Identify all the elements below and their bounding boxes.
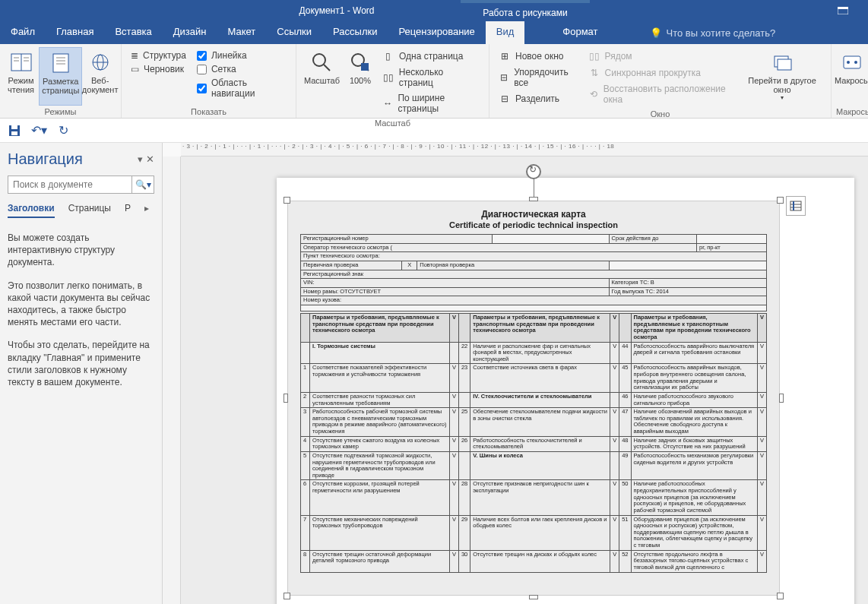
navigation-pane: Навигация ▾ ✕ 🔍▾ Заголовки Страницы Р ▸ … — [0, 143, 163, 604]
reading-mode-icon — [9, 50, 33, 74]
group-zoom-label: Масштаб — [301, 117, 484, 128]
resize-handle-mt[interactable] — [529, 197, 538, 201]
side-by-side-button[interactable]: ▯▯Рядом — [587, 49, 734, 64]
navpane-checkbox[interactable]: Область навигации — [197, 77, 287, 99]
tab-references[interactable]: Ссылки — [266, 21, 322, 44]
sync-scroll-icon: ⇅ — [588, 67, 600, 79]
tab-insert[interactable]: Вставка — [104, 21, 162, 44]
rotation-handle[interactable] — [526, 164, 541, 179]
group-window-label: Окно — [494, 108, 826, 119]
document-area: · 3 · | · 2 · | · 1 · | · · · | · 1 · | … — [163, 143, 868, 604]
svg-point-23 — [847, 61, 850, 64]
resize-handle-mr[interactable] — [779, 394, 784, 403]
nav-tab-headings[interactable]: Заголовки — [8, 203, 55, 218]
page: Диагностическая карта Certificate of per… — [277, 178, 854, 604]
menu-tabs: Файл Главная Вставка Дизайн Макет Ссылки… — [0, 21, 868, 44]
tab-view[interactable]: Вид — [486, 21, 525, 44]
vertical-ruler[interactable] — [163, 157, 181, 604]
one-page-button[interactable]: ▯Одна страница — [381, 49, 481, 64]
macros-icon — [840, 50, 864, 74]
switch-windows-button[interactable]: Перейти в другое окно▾ — [738, 47, 826, 108]
window-title: Документ1 - Word — [0, 5, 461, 16]
svg-point-15 — [313, 54, 325, 66]
group-modes-label: Режимы — [5, 106, 116, 116]
group-zoom: Масштаб 100% ▯Одна страница ▯▯Несколько … — [296, 44, 489, 118]
macros-button[interactable]: Макросы — [836, 47, 868, 106]
nav-help-text: Вы можете создать интерактивную структур… — [8, 232, 154, 388]
multi-page-button[interactable]: ▯▯Несколько страниц — [381, 65, 481, 90]
resize-handle-ml[interactable] — [284, 394, 288, 403]
new-window-button[interactable]: ⊞Новое окно — [497, 49, 579, 64]
gridlines-checkbox[interactable]: Сетка — [197, 64, 287, 74]
ruler-checkbox[interactable]: Линейка — [197, 50, 287, 61]
tell-me[interactable]: 💡 Что вы хотите сделать? — [639, 21, 787, 44]
nav-title: Навигация ▾ ✕ — [8, 150, 154, 168]
nav-tab-pages[interactable]: Страницы — [68, 203, 111, 218]
reading-mode-label: Режим чтения — [8, 76, 34, 94]
svg-rect-1 — [838, 7, 848, 9]
resize-handle-tl[interactable] — [284, 197, 290, 204]
svg-rect-22 — [844, 56, 860, 68]
web-layout-icon — [88, 50, 112, 74]
svg-rect-19 — [361, 63, 369, 71]
chevron-down-icon: ▾ — [781, 94, 784, 101]
inserted-picture[interactable]: Диагностическая карта Certificate of per… — [287, 201, 780, 596]
zoom-button[interactable]: Масштаб — [301, 47, 343, 117]
zoom-100-icon — [348, 50, 372, 74]
group-macros-label: Макросы — [836, 106, 863, 116]
tab-home[interactable]: Главная — [46, 21, 104, 44]
doc-title-en: Certificate of periodic technical inspec… — [300, 220, 767, 229]
document-canvas[interactable]: Диагностическая карта Certificate of per… — [181, 157, 868, 604]
split-button[interactable]: ⊟Разделить — [497, 91, 579, 106]
tab-format[interactable]: Формат — [552, 21, 608, 44]
draft-button[interactable]: ▭Черновик — [131, 64, 186, 74]
resize-handle-br[interactable] — [777, 593, 784, 599]
page-width-button[interactable]: ↔По ширине страницы — [381, 91, 481, 115]
svg-rect-26 — [11, 125, 17, 129]
resize-handle-tr[interactable] — [777, 197, 784, 204]
group-show: ≣Структура ▭Черновик Линейка Сетка Облас… — [122, 44, 296, 118]
tab-file[interactable]: Файл — [0, 21, 46, 44]
split-icon: ⊟ — [499, 93, 511, 105]
resize-handle-bl[interactable] — [284, 593, 290, 599]
ribbon-display-icon[interactable] — [838, 7, 868, 14]
save-button[interactable] — [6, 122, 23, 139]
reset-window-button[interactable]: ⟲Восстановить расположение окна — [587, 82, 734, 106]
arrange-all-button[interactable]: ⊟Упорядочить все — [497, 65, 579, 90]
horizontal-ruler[interactable]: · 3 · | · 2 · | · 1 · | · · · | · 1 · | … — [181, 143, 868, 157]
new-window-icon: ⊞ — [499, 50, 511, 62]
resize-handle-mb[interactable] — [529, 595, 538, 599]
redo-button[interactable]: ↻ — [55, 122, 71, 139]
svg-rect-8 — [53, 54, 68, 72]
svg-line-16 — [324, 65, 330, 71]
web-layout-button[interactable]: Веб-документ — [84, 47, 116, 106]
reset-window-icon: ⟲ — [588, 88, 599, 100]
layout-options-button[interactable] — [786, 196, 806, 216]
undo-button[interactable]: ↶▾ — [30, 122, 47, 139]
svg-rect-28 — [790, 201, 801, 210]
zoom-100-button[interactable]: 100% — [344, 47, 376, 117]
tab-layout[interactable]: Макет — [217, 21, 266, 44]
print-layout-icon — [49, 51, 73, 75]
search-input[interactable] — [8, 176, 131, 193]
tab-review[interactable]: Рецензирование — [388, 21, 485, 44]
doc-title-ru: Диагностическая карта — [300, 209, 767, 220]
nav-tab-results[interactable]: Р — [125, 203, 131, 218]
sync-scroll-button[interactable]: ⇅Синхронная прокрутка — [587, 65, 734, 81]
search-box: 🔍▾ — [8, 176, 154, 194]
search-button[interactable]: 🔍▾ — [131, 176, 154, 193]
group-modes: Режим чтения Разметка страницы Веб-докум… — [0, 44, 122, 118]
nav-tab-more[interactable]: ▸ — [144, 203, 149, 218]
tab-mailings[interactable]: Рассылки — [322, 21, 388, 44]
tab-design[interactable]: Дизайн — [163, 21, 217, 44]
dropdown-icon[interactable]: ▾ ✕ — [138, 153, 154, 165]
web-layout-label: Веб-документ — [82, 76, 119, 94]
page-width-icon: ↔ — [382, 97, 394, 109]
svg-rect-27 — [11, 131, 17, 135]
reading-mode-button[interactable]: Режим чтения — [5, 47, 37, 106]
tell-me-label: Что вы хотите сделать? — [667, 27, 776, 39]
print-layout-button[interactable]: Разметка страницы — [39, 47, 82, 106]
ribbon: Режим чтения Разметка страницы Веб-докум… — [0, 44, 868, 119]
outline-button[interactable]: ≣Структура — [131, 50, 186, 61]
scanned-document: Диагностическая карта Certificate of per… — [287, 201, 780, 596]
